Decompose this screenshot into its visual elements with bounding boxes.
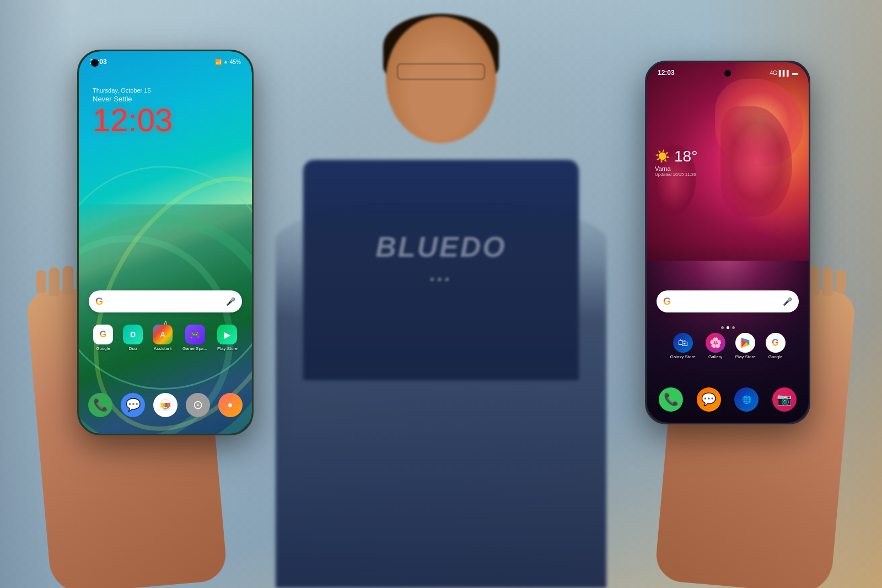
- battery-icon-right: ▬: [792, 70, 798, 76]
- weather-updated: Updated 10/15 11:36: [655, 172, 697, 177]
- dock-chrome-left[interactable]: [153, 393, 178, 417]
- phone-right-frame: 12:03 4G ▌▌▌ ▬ ☀️ 18° Varna Updated 10/1…: [645, 61, 810, 424]
- person-head: [386, 17, 496, 143]
- app-gamespace-left[interactable]: 🎮 Game Spa...: [182, 325, 207, 351]
- page-dot-3: [732, 326, 735, 329]
- app-galaxystore-right[interactable]: 🛍 Galaxy Store: [670, 333, 695, 359]
- dock-phone-right[interactable]: 📞: [659, 387, 683, 412]
- weather-temp: 18°: [674, 148, 697, 165]
- page-dot-2: [727, 326, 729, 329]
- dock-camera-left[interactable]: ⊙: [186, 393, 210, 417]
- right-status-time: 12:03: [658, 69, 675, 77]
- right-status-bar: 12:03 4G ▌▌▌ ▬: [647, 69, 809, 77]
- right-status-icons: 4G ▌▌▌ ▬: [770, 70, 798, 76]
- right-dock: 📞 💬 🌐 📷: [652, 387, 803, 412]
- app-duo-left[interactable]: D Duo: [123, 325, 143, 351]
- app-playstore-left-label: Play Store: [217, 346, 238, 351]
- dock-messages-left[interactable]: 💬: [121, 393, 145, 417]
- app-google-right-label: Google: [768, 354, 783, 359]
- dock-extra-left[interactable]: ●: [218, 393, 243, 417]
- background: BLUEDO ...: [0, 0, 882, 588]
- app-playstore-right-label: Play Store: [735, 354, 756, 359]
- google-logo-left: G: [95, 296, 103, 308]
- swipe-indicator: ∧: [163, 319, 168, 326]
- wifi-icon: 📶: [215, 59, 222, 65]
- battery-icon: 45%: [230, 59, 241, 65]
- left-clock-widget: Thursday, October 15 Never Settle 12:03: [93, 87, 173, 136]
- left-status-bar: 12:03 📶 ▲ 45%: [79, 58, 252, 66]
- google-logo-right: G: [663, 296, 671, 308]
- mic-icon-left: 🎤: [226, 297, 235, 306]
- app-google-left-label: Google: [96, 346, 110, 351]
- page-dot-1: [721, 326, 724, 329]
- mic-icon-right: 🎤: [783, 297, 792, 306]
- signal-icon: ▲: [223, 59, 228, 64]
- weather-location: Varna: [655, 165, 697, 172]
- left-clock-date: Thursday, October 15: [93, 87, 173, 94]
- left-phone-camera: [91, 59, 99, 67]
- dock-phone-left[interactable]: 📞: [88, 393, 112, 417]
- phone-right-screen: 12:03 4G ▌▌▌ ▬ ☀️ 18° Varna Updated 10/1…: [647, 62, 809, 423]
- phone-right: 12:03 4G ▌▌▌ ▬ ☀️ 18° Varna Updated 10/1…: [645, 61, 810, 424]
- dock-bixby-right[interactable]: 🌐: [734, 387, 759, 412]
- app-google-right[interactable]: G Google: [766, 333, 786, 359]
- right-page-dots: [647, 326, 809, 329]
- app-gallery-right[interactable]: 🌸 Gallery: [706, 333, 725, 359]
- left-status-icons: 📶 ▲ 45%: [215, 59, 241, 65]
- shirt-text: BLUEDO ...: [375, 231, 507, 286]
- left-clock-time: 12:03: [93, 104, 173, 136]
- left-search-bar[interactable]: G 🎤: [89, 290, 242, 312]
- dock-messages-right[interactable]: 💬: [697, 387, 721, 412]
- app-assistant-label: Assistant: [154, 346, 171, 351]
- weather-sun-icon: ☀️: [655, 149, 670, 164]
- 4g-icon: 4G: [770, 70, 777, 76]
- person-glasses: [397, 63, 485, 80]
- signal-bars-icon: ▌▌▌: [779, 70, 790, 76]
- app-duo-label: Duo: [129, 346, 137, 351]
- app-assistant-left[interactable]: A Assistant: [153, 325, 173, 351]
- app-galaxystore-label: Galaxy Store: [670, 354, 695, 359]
- app-playstore-right[interactable]: Play Store: [735, 333, 756, 359]
- phone-left: 12:03 📶 ▲ 45% Thursday, October 15 Never…: [77, 50, 254, 435]
- app-gallery-label: Gallery: [708, 354, 722, 359]
- left-clock-tagline: Never Settle: [93, 95, 173, 103]
- phone-left-frame: 12:03 📶 ▲ 45% Thursday, October 15 Never…: [77, 50, 254, 435]
- right-apps-row1: 🛍 Galaxy Store 🌸 Gallery: [647, 333, 809, 359]
- right-search-bar[interactable]: G 🎤: [657, 290, 799, 312]
- left-dock: 📞 💬 ⊙ ●: [84, 393, 246, 417]
- right-weather-widget: ☀️ 18° Varna Updated 10/15 11:36: [655, 148, 697, 177]
- left-apps-row1: G Google D Duo A Assistant 🎮 Game Sp: [79, 325, 252, 351]
- app-gamespace-label: Game Spa...: [182, 346, 207, 351]
- app-google-left[interactable]: G Google: [93, 325, 113, 351]
- person: BLUEDO ...: [234, 0, 648, 588]
- dock-camera-right[interactable]: 📷: [772, 387, 797, 412]
- app-playstore-left[interactable]: ▶ Play Store: [217, 325, 238, 351]
- phone-left-screen: 12:03 📶 ▲ 45% Thursday, October 15 Never…: [79, 51, 252, 434]
